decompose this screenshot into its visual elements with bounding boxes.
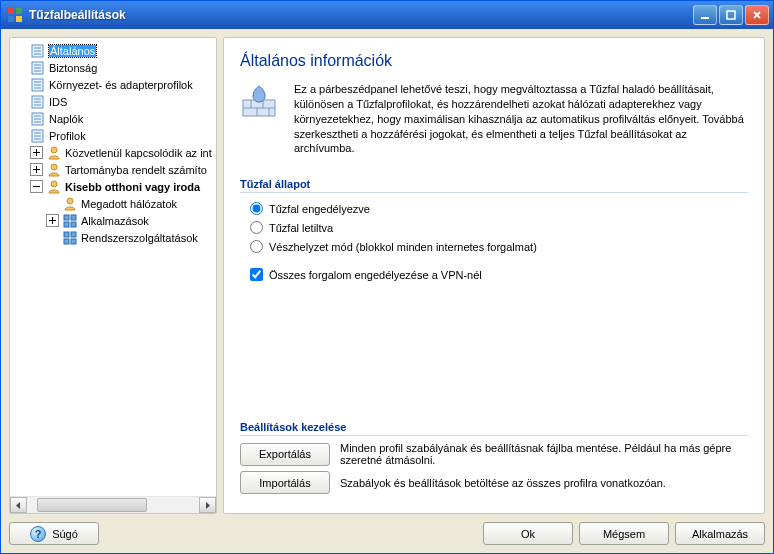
tree-item[interactable]: Tartományba rendelt számíto — [10, 161, 216, 178]
tree-item-label: Környezet- és adapterprofilok — [49, 79, 193, 91]
dialog-window: Tűzfalbeállítások ÁltalánosBiztonságKörn… — [0, 0, 774, 554]
tree-item[interactable]: Profilok — [10, 127, 216, 144]
tree-user-icon — [46, 179, 62, 195]
help-button[interactable]: ? Súgó — [9, 522, 99, 545]
radio-enabled-input[interactable] — [250, 202, 263, 215]
tree-item[interactable]: Naplók — [10, 110, 216, 127]
tree-item-label: Alkalmazások — [81, 215, 149, 227]
tree-item-label: IDS — [49, 96, 67, 108]
import-button-label: Importálás — [259, 477, 310, 489]
tree-page-icon — [30, 60, 46, 76]
scroll-track[interactable] — [27, 497, 199, 513]
tree-page-icon — [30, 43, 46, 59]
svg-point-38 — [67, 198, 73, 204]
firewall-icon — [240, 82, 280, 156]
svg-rect-42 — [71, 215, 76, 220]
window-controls — [693, 5, 769, 25]
tree-item[interactable]: Általános — [10, 42, 216, 59]
radio-enabled-label: Tűzfal engedélyezve — [269, 203, 370, 215]
radio-firewall-enabled[interactable]: Tűzfal engedélyezve — [250, 202, 748, 215]
tree-apps-icon — [62, 230, 78, 246]
export-button-label: Exportálás — [259, 448, 311, 460]
export-row: Exportálás Minden profil szabályának és … — [240, 442, 748, 466]
tree-item-label: Közvetlenül kapcsolódik az int — [65, 147, 212, 159]
export-description: Minden profil szabályának és beállításna… — [340, 442, 748, 466]
checkbox-vpn-input[interactable] — [250, 268, 263, 281]
ok-button[interactable]: Ok — [483, 522, 573, 545]
tree-page-icon — [30, 94, 46, 110]
tree-user-icon — [62, 196, 78, 212]
tree-item[interactable]: Biztonság — [10, 59, 216, 76]
tree-item-label: Naplók — [49, 113, 83, 125]
tree-item-label: Profilok — [49, 130, 86, 142]
apply-button[interactable]: Alkalmazás — [675, 522, 765, 545]
page-title: Általános információk — [240, 52, 748, 70]
tree-item-label: Biztonság — [49, 62, 97, 74]
cancel-button-label: Mégsem — [603, 528, 645, 540]
manage-group-title: Beállítások kezelése — [240, 421, 748, 436]
tree-page-icon — [30, 128, 46, 144]
titlebar[interactable]: Tűzfalbeállítások — [1, 1, 773, 29]
tree-item[interactable]: Környezet- és adapterprofilok — [10, 76, 216, 93]
tree-expander-plus-icon[interactable] — [30, 146, 43, 159]
svg-rect-44 — [71, 222, 76, 227]
svg-point-32 — [51, 147, 57, 153]
radio-emergency-input[interactable] — [250, 240, 263, 253]
maximize-button[interactable] — [719, 5, 743, 25]
radio-emergency-mode[interactable]: Vészhelyzet mód (blokkol minden internet… — [250, 240, 748, 253]
svg-rect-5 — [727, 11, 735, 19]
export-button[interactable]: Exportálás — [240, 443, 330, 466]
tree-item[interactable]: IDS — [10, 93, 216, 110]
svg-rect-1 — [16, 8, 22, 14]
radio-disabled-label: Tűzfal letiltva — [269, 222, 333, 234]
window-title: Tűzfalbeállítások — [29, 8, 693, 22]
nav-tree-panel: ÁltalánosBiztonságKörnyezet- és adapterp… — [9, 37, 217, 514]
ok-button-label: Ok — [521, 528, 535, 540]
svg-rect-0 — [8, 8, 14, 14]
checkbox-vpn-label: Összes forgalom engedélyezése a VPN-nél — [269, 269, 482, 281]
client-area: ÁltalánosBiztonságKörnyezet- és adapterp… — [1, 29, 773, 553]
tree-expander-plus-icon[interactable] — [46, 214, 59, 227]
help-icon: ? — [30, 526, 46, 542]
manage-group: Beállítások kezelése Exportálás Minden p… — [240, 415, 748, 499]
scroll-left-arrow-icon[interactable] — [10, 497, 27, 513]
svg-rect-3 — [16, 16, 22, 22]
scroll-thumb[interactable] — [37, 498, 147, 512]
svg-rect-43 — [64, 222, 69, 227]
svg-rect-45 — [64, 232, 69, 237]
status-group-title: Tűzfal állapot — [240, 178, 748, 193]
tree-item[interactable]: Kisebb otthoni vagy iroda — [10, 178, 216, 195]
tree-page-icon — [30, 77, 46, 93]
svg-rect-46 — [71, 232, 76, 237]
nav-tree[interactable]: ÁltalánosBiztonságKörnyezet- és adapterp… — [10, 38, 216, 496]
dialog-footer: ? Súgó Ok Mégsem Alkalmazás — [9, 520, 765, 545]
svg-rect-48 — [71, 239, 76, 244]
radio-emergency-label: Vészhelyzet mód (blokkol minden internet… — [269, 241, 537, 253]
import-row: Importálás Szabályok és beállítások betö… — [240, 471, 748, 494]
close-button[interactable] — [745, 5, 769, 25]
tree-expander-minus-icon[interactable] — [30, 180, 43, 193]
radio-disabled-input[interactable] — [250, 221, 263, 234]
cancel-button[interactable]: Mégsem — [579, 522, 669, 545]
scroll-right-arrow-icon[interactable] — [199, 497, 216, 513]
tree-item[interactable]: Alkalmazások — [10, 212, 216, 229]
content-panel: Általános információk Ez a párbeszédpane… — [223, 37, 765, 514]
tree-item[interactable]: Rendszerszolgáltatások — [10, 229, 216, 246]
svg-point-35 — [51, 164, 57, 170]
tree-item-label: Rendszerszolgáltatások — [81, 232, 198, 244]
tree-page-icon — [30, 111, 46, 127]
svg-rect-41 — [64, 215, 69, 220]
radio-firewall-disabled[interactable]: Tűzfal letiltva — [250, 221, 748, 234]
tree-item[interactable]: Megadott hálózatok — [10, 195, 216, 212]
svg-rect-47 — [64, 239, 69, 244]
tree-expander-plus-icon[interactable] — [30, 163, 43, 176]
import-button[interactable]: Importálás — [240, 471, 330, 494]
minimize-button[interactable] — [693, 5, 717, 25]
tree-horizontal-scrollbar[interactable] — [10, 496, 216, 513]
help-button-label: Súgó — [52, 528, 78, 540]
tree-user-icon — [46, 145, 62, 161]
checkbox-allow-vpn[interactable]: Összes forgalom engedélyezése a VPN-nél — [250, 268, 748, 281]
tree-user-icon — [46, 162, 62, 178]
svg-point-37 — [51, 181, 57, 187]
tree-item[interactable]: Közvetlenül kapcsolódik az int — [10, 144, 216, 161]
